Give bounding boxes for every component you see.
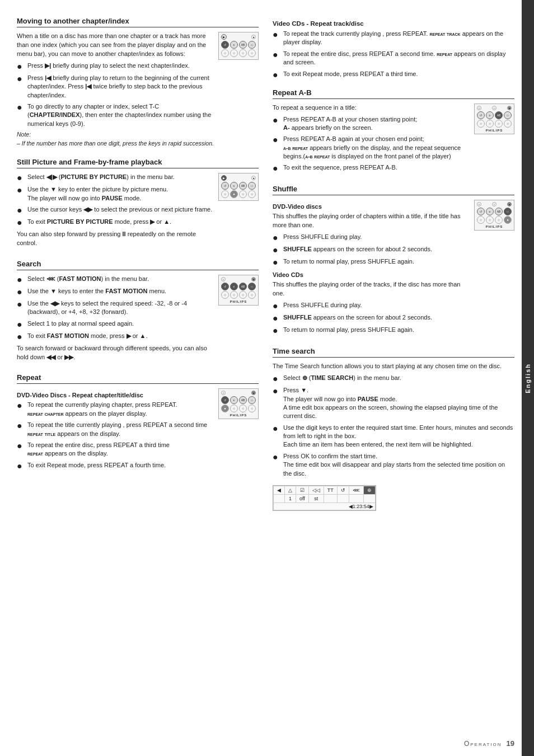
bullet-icon: ● — [17, 442, 25, 450]
bullet-icon: ● — [273, 50, 280, 59]
list-item: ● Press REPEAT A-B again at your chosen … — [273, 135, 470, 161]
rem-btn-r2: ≡ — [230, 182, 238, 190]
rem-sh-a: ○ — [477, 202, 481, 206]
rem-ab-c: ● — [507, 106, 512, 110]
rem-r-o1: ● — [221, 405, 229, 412]
bullet-icon: ● — [17, 103, 25, 112]
bullet-icon: ● — [273, 71, 280, 79]
language-label: English — [524, 363, 531, 393]
rem-sh-c: ● — [507, 202, 512, 206]
list-item-text: To exit the sequence, press REPEAT A-B. — [283, 163, 470, 172]
ts-time-display: ◀1:23:54▶ — [274, 503, 376, 510]
section-search-title: Search — [17, 260, 259, 270]
rem-btn-o2: ● — [230, 190, 238, 198]
rem-sh-o4: ● — [504, 216, 512, 224]
ts-cell-empty3 — [337, 495, 349, 503]
list-item: ● Select ⋘ (FAST MOTION) in the menu bar… — [17, 275, 214, 284]
rem-btn-r3b: AB — [239, 396, 247, 404]
list-item-text: Select 1 to play at normal speed again. — [27, 320, 214, 328]
rem-s-o2: ○ — [230, 291, 238, 299]
rem-btn-icon: ▶ — [221, 34, 227, 40]
rem-s-o3: ○ — [239, 291, 247, 299]
rem-btn-ab: AB — [239, 41, 247, 49]
rem-btn-extra: ○ — [248, 49, 256, 57]
list-item: ● Press SHUFFLE during play. — [273, 233, 470, 242]
section-moving-chapter-list: ● Press ▶| briefly during play to select… — [17, 62, 214, 128]
ts-cell-empty2 — [324, 495, 337, 503]
list-item: ● To exit FAST MOTION mode, press ▶ or ▲… — [17, 332, 214, 341]
list-item: ● SHUFFLE appears on the screen for abou… — [273, 313, 470, 323]
section-moving-chapter-intro: When a title on a disc has more than one… — [17, 32, 214, 59]
section-moving-chapter-title: Moving to another chapter/index — [17, 17, 259, 27]
list-item-text: To repeat the entire disc, press REPEAT … — [27, 441, 214, 458]
list-item: ● To exit Repeat mode, press REPEAT a th… — [273, 70, 514, 79]
ts-cell-shuffle: ⋘ — [349, 486, 363, 495]
list-item-text: SHUFFLE appears on the screen for about … — [283, 245, 470, 253]
bullet-icon: ● — [273, 258, 280, 267]
time-search-table: ◀ △ ☑ ◁◁ TT ↺ ⋘ ⊕ 1 off — [273, 486, 376, 510]
bullet-icon: ● — [17, 332, 25, 341]
list-item-text: To repeat the title currently playing , … — [27, 421, 214, 438]
bullet-icon: ● — [17, 401, 25, 410]
philips-logo-3: PHILIPS — [221, 300, 256, 303]
ts-cell-check: ☑ — [296, 486, 309, 495]
bullet-icon: ● — [273, 246, 280, 255]
list-item-text: To repeat the currently playing chapter,… — [27, 401, 214, 418]
list-item-text: Press ▼.The player will now go into PAUS… — [283, 386, 514, 421]
bullet-icon: ● — [273, 314, 280, 323]
list-item: ● Select ⊕ (TIME SEARCH) in the menu bar… — [273, 374, 514, 383]
rem-s-o4: ○ — [248, 291, 256, 299]
list-item: ● To exit PICTURE BY PICTURE mode, press… — [17, 218, 214, 227]
list-item: ● Use the ◀▶ keys to select the required… — [17, 299, 214, 317]
rem-btn-o3: ○ — [239, 190, 247, 198]
note-label: Note: — [17, 131, 214, 138]
list-item-text: Press |◀ briefly during play to return t… — [27, 74, 214, 100]
bullet-icon: ● — [273, 30, 280, 39]
rem-r-o2: ○ — [230, 405, 238, 412]
section-vcd-repeat-list: ● To repeat the track currently playing … — [273, 30, 514, 79]
section-vcd-repeat-title: Video CDs - Repeat track/disc — [273, 20, 514, 27]
ts-cell-repeat: ↺ — [337, 486, 349, 495]
list-item-text: Press REPEAT A-B at your chosen starting… — [283, 115, 470, 133]
section-time-search-title: Time search — [273, 347, 514, 358]
rem-btn-play: ▶ — [221, 175, 227, 181]
language-tab: English — [522, 0, 534, 756]
rem-ab-1: ↺ — [477, 111, 485, 119]
remote-illustration-ab: ○ ~ ● ↺ ≡ AB □ ○ ○ ○ — [474, 104, 514, 134]
section-still-picture: Still Picture and Frame-by-frame playbac… — [17, 158, 259, 251]
section-repeat-subtitle: DVD-Video Discs - Repeat chapter/title/d… — [17, 392, 214, 398]
list-item-text: Press OK to confirm the start time.The t… — [283, 452, 514, 478]
still-picture-extra: You can also step forward by pressing II… — [17, 230, 214, 248]
bullet-icon: ● — [17, 218, 25, 227]
shuffle-dvd-intro: This shuffles the playing order of chapt… — [273, 212, 470, 230]
rem-sh-3: AB — [495, 208, 503, 215]
list-item-text: To exit Repeat mode, press REPEAT a thir… — [283, 70, 514, 78]
bullet-icon: ● — [273, 453, 280, 462]
ts-cell-triangle: △ — [285, 486, 296, 495]
remote-illustration-1: ▶ ● ↺ ≡ AB □ ○ ○ ○ ○ — [218, 32, 259, 60]
bullet-icon: ● — [17, 421, 25, 430]
rem-btn-s2: ≡ — [230, 283, 238, 290]
remote-illustration-3: ○ ● ↺ ≡ AB □ ○ ○ ○ ○ — [218, 275, 259, 306]
list-item-text: Select ⊕ (TIME SEARCH) in the menu bar. — [283, 374, 514, 382]
list-item: ● To repeat the entire disc, press REPEA… — [17, 441, 214, 458]
list-item: ● SHUFFLE appears on the screen for abou… — [273, 245, 470, 255]
section-repeat-list: ● To repeat the currently playing chapte… — [17, 401, 214, 470]
section-time-search-list: ● Select ⊕ (TIME SEARCH) in the menu bar… — [273, 374, 514, 478]
list-item-text: To return to normal play, press SHUFFLE … — [283, 257, 470, 266]
ts-cell-off: off — [296, 495, 309, 503]
list-item: ● Press SHUFFLE during play. — [273, 301, 470, 311]
section-time-search: Time search The Time Search function all… — [273, 347, 514, 512]
ts-cell-audio: ◁◁ — [308, 486, 324, 495]
repeat-ab-intro: To repeat a sequence in a title: — [273, 104, 470, 112]
bullet-icon: ● — [273, 164, 280, 173]
rem-sh-b: ○ — [492, 202, 496, 206]
rem-s-o1: ○ — [221, 291, 229, 299]
bullet-icon: ● — [17, 62, 25, 71]
rem-btn-r1b: ↺ — [221, 396, 229, 404]
shuffle-vcd-list: ● Press SHUFFLE during play. ● SHUFFLE a… — [273, 301, 470, 335]
rem-btn-r4b: □ — [248, 396, 256, 404]
list-item-text: Use the cursor keys ◀▶ to select the pre… — [27, 205, 214, 214]
rem-sh-1: ↺ — [477, 208, 485, 215]
rem-btn-repeat: ↺ — [221, 41, 229, 49]
